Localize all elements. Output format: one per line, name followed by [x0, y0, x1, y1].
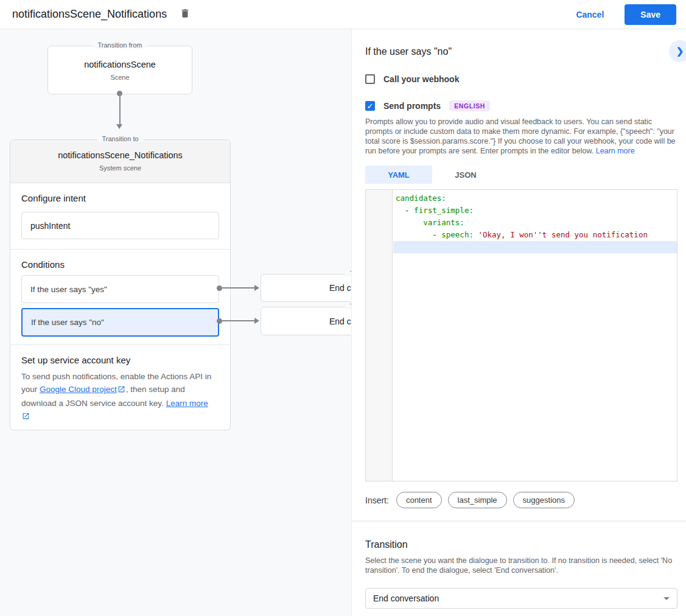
transition-select-value: End conversation — [373, 593, 439, 603]
chevron-right-icon: ❯ — [676, 46, 684, 57]
condition-item-no[interactable]: If the user says "no" — [21, 308, 219, 337]
from-scene-type: Scene — [48, 74, 192, 81]
condition-title: If the user says "no" — [365, 45, 677, 58]
page-title: notificationsScene_Notifications — [12, 8, 167, 21]
arrow-right-icon — [254, 318, 259, 324]
code-token-plain — [396, 218, 423, 227]
condition-item-yes[interactable]: If the user says "yes" — [21, 275, 219, 303]
scene-header: notificationsScene_Notifications System … — [10, 140, 230, 183]
call-webhook-checkbox[interactable] — [365, 74, 375, 84]
code-line[interactable]: 4 - speech: 'Okay, I won''t send you not… — [393, 229, 677, 241]
transition-description: Select the scene you want the dialogue t… — [365, 556, 677, 575]
code-token-key: speech: — [441, 230, 474, 239]
dropdown-caret-icon — [663, 597, 670, 600]
code-token-key: candidates: — [396, 194, 446, 203]
external-link-icon[interactable] — [117, 384, 125, 397]
code-token-key: variants: — [423, 218, 464, 227]
language-badge: ENGLISH — [449, 100, 490, 111]
google-cloud-project-link[interactable]: Google Cloud project — [40, 385, 117, 394]
service-account-section: Set up service account key To send push … — [10, 345, 230, 433]
from-scene-name: notificationsScene — [48, 60, 192, 69]
checkmark-icon: ✓ — [367, 102, 374, 111]
trash-icon — [180, 8, 191, 21]
end-conversation-box[interactable]: Transition to End conversation — [261, 307, 352, 335]
section-divider — [352, 520, 686, 522]
end-conversation-box[interactable]: Transition to End conversation — [261, 274, 352, 302]
end-box-title: End conversation — [329, 283, 352, 293]
code-line[interactable]: 5 — [393, 241, 677, 253]
end-box-legend: Transition to — [345, 270, 352, 277]
learn-more-link[interactable]: Learn more — [596, 147, 635, 155]
cancel-button[interactable]: Cancel — [573, 6, 606, 23]
code-editor[interactable]: ▾1candidates:▾2 - first_simple:▾3 varian… — [365, 189, 677, 481]
insert-content-button[interactable]: content — [396, 492, 442, 508]
conditions-label: Conditions — [21, 259, 219, 270]
format-tabs: YAML JSON — [365, 166, 677, 184]
connector-dot — [217, 285, 222, 291]
connector-dot — [217, 318, 222, 324]
save-button[interactable]: Save — [625, 4, 676, 25]
tab-json[interactable]: JSON — [432, 166, 499, 184]
scene-name: notificationsScene_Notifications — [10, 150, 230, 160]
external-link-icon[interactable] — [22, 411, 30, 424]
transition-select[interactable]: End conversation — [365, 588, 677, 609]
learn-more-link[interactable]: Learn more — [166, 399, 208, 408]
end-box-legend: Transition to — [345, 303, 352, 310]
editor-gutter — [366, 190, 393, 481]
send-prompts-checkbox[interactable]: ✓ — [365, 101, 375, 111]
main-content: Transition from notificationsScene Scene… — [0, 29, 686, 616]
connector-line — [222, 287, 255, 289]
conditions-section: Conditions If the user says "yes" If the… — [10, 249, 230, 345]
webhook-row: Call your webhook — [365, 73, 677, 85]
insert-label: Insert: — [365, 495, 389, 505]
send-prompts-label: Send prompts — [383, 101, 441, 111]
service-account-title: Set up service account key — [21, 355, 219, 365]
code-editor-lines: ▾1candidates:▾2 - first_simple:▾3 varian… — [393, 190, 677, 253]
app-header: notificationsScene_Notifications Cancel … — [0, 0, 686, 29]
configure-intent-label: Configure intent — [21, 193, 219, 204]
transition-to-legend: Transition to — [97, 135, 143, 142]
code-token-string: 'Okay, I won''t send you notification — [478, 230, 647, 239]
scene-type: System scene — [10, 164, 230, 172]
insert-last-simple-button[interactable]: last_simple — [448, 492, 507, 508]
code-line[interactable]: ▾1candidates: — [393, 192, 677, 205]
arrow-right-icon — [254, 285, 259, 291]
header-actions: Cancel Save — [573, 4, 676, 25]
send-prompts-row: ✓ Send prompts ENGLISH — [365, 100, 677, 112]
insert-row: Insert: content last_simple suggestions — [365, 492, 677, 508]
arrow-down-icon — [116, 124, 122, 129]
collapse-panel-button[interactable]: ❯ — [669, 40, 686, 62]
insert-suggestions-button[interactable]: suggestions — [513, 492, 575, 508]
code-token-key: first_simple: — [414, 206, 474, 215]
configure-intent-section: Configure intent pushIntent — [10, 183, 230, 249]
code-line[interactable]: ▾2 - first_simple: — [393, 205, 677, 217]
tab-yaml[interactable]: YAML — [365, 166, 432, 184]
call-webhook-label: Call your webhook — [383, 74, 459, 84]
condition-editor-panel: If the user says "no" ❯ Call your webhoo… — [352, 29, 686, 616]
end-box-title: End conversation — [329, 317, 352, 326]
transition-title: Transition — [365, 539, 677, 551]
code-token-plain: - — [396, 206, 414, 215]
connector-line — [119, 95, 121, 125]
transition-to-box: Transition to notificationsScene_Notific… — [10, 139, 231, 430]
code-line[interactable]: ▾3 variants: — [393, 217, 677, 229]
service-account-text: To send push notifications, enable the A… — [21, 370, 219, 424]
code-token-plain: - — [396, 230, 441, 239]
connector-line — [222, 320, 255, 321]
prompts-description: Prompts allow you to provide audio and v… — [365, 117, 679, 156]
scene-diagram-panel: Transition from notificationsScene Scene… — [0, 29, 352, 616]
delete-scene-button[interactable] — [178, 7, 192, 22]
transition-from-legend: Transition from — [93, 41, 147, 49]
transition-from-box[interactable]: Transition from notificationsScene Scene — [47, 46, 192, 94]
intent-field[interactable]: pushIntent — [21, 212, 219, 239]
